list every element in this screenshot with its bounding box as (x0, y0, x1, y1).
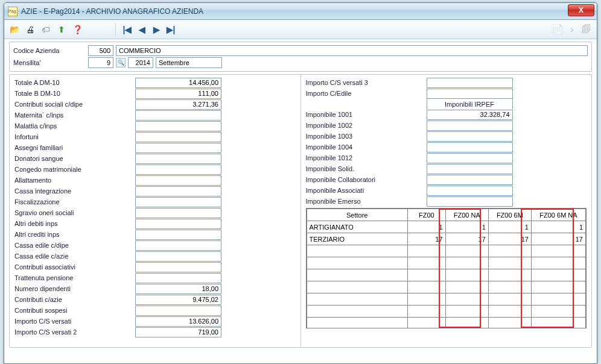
table-row[interactable] (307, 245, 586, 257)
grid-cell[interactable] (445, 281, 488, 293)
grid-cell[interactable] (445, 257, 488, 269)
grid-cell[interactable] (488, 269, 531, 281)
grid-header[interactable]: FZ00 6M (488, 209, 531, 221)
grid-cell[interactable] (445, 293, 488, 306)
table-row[interactable]: ARTIGIANATO1111 (307, 221, 586, 233)
print-button[interactable]: 🖨 (24, 23, 37, 36)
field-input[interactable] (135, 208, 221, 218)
grid-cell[interactable] (407, 245, 445, 257)
field-input[interactable] (427, 131, 513, 142)
field-input[interactable] (427, 110, 513, 120)
grid-cell[interactable] (307, 306, 407, 318)
field-input[interactable] (135, 89, 221, 99)
grid-cell[interactable] (531, 318, 585, 329)
field-input[interactable] (135, 306, 221, 316)
table-row[interactable] (307, 257, 586, 269)
field-input[interactable] (135, 230, 221, 240)
grid-header[interactable]: FZ00 6M NA (531, 209, 585, 221)
grid-cell[interactable]: 1 (407, 221, 445, 233)
field-input[interactable] (427, 186, 513, 196)
field-input[interactable] (135, 143, 221, 153)
mensilita-lookup-icon[interactable]: 🔍 (116, 58, 126, 67)
field-input[interactable] (135, 251, 221, 262)
help-button[interactable]: ❓ (71, 23, 84, 36)
grid-header[interactable]: FZ00 (407, 209, 445, 221)
grid-cell[interactable] (307, 293, 407, 306)
grid-cell[interactable] (531, 306, 585, 318)
grid-cell[interactable] (407, 257, 445, 269)
grid-cell[interactable] (407, 293, 445, 306)
mensilita-input[interactable] (88, 57, 113, 68)
field-input[interactable] (135, 78, 221, 88)
grid-cell[interactable] (407, 306, 445, 318)
grid-cell[interactable]: 1 (445, 221, 488, 233)
grid-cell[interactable] (307, 318, 407, 329)
field-input[interactable] (135, 197, 221, 207)
grid-cell[interactable]: 17 (488, 233, 531, 245)
grid-cell[interactable] (445, 318, 488, 329)
grid-cell[interactable]: 1 (531, 221, 585, 233)
nav-prev-button[interactable]: ◀ (135, 23, 148, 36)
field-input[interactable] (135, 262, 221, 272)
field-input[interactable] (135, 175, 221, 186)
field-input[interactable] (135, 284, 221, 294)
field-input[interactable] (427, 121, 513, 131)
grid-cell[interactable] (407, 318, 445, 329)
table-row[interactable] (307, 269, 586, 281)
grid-cell[interactable] (307, 269, 407, 281)
field-input[interactable] (135, 273, 221, 283)
field-input[interactable] (427, 153, 513, 163)
grid-cell[interactable] (531, 245, 585, 257)
anno-input[interactable] (128, 57, 153, 68)
field-input[interactable] (427, 196, 513, 207)
grid-cell[interactable] (307, 245, 407, 257)
field-input[interactable] (427, 164, 513, 174)
grid-cell[interactable] (531, 269, 585, 281)
grid-cell[interactable]: TERZIARIO (307, 233, 407, 245)
grid-cell[interactable] (488, 293, 531, 306)
field-input[interactable] (427, 78, 513, 88)
field-input[interactable] (427, 142, 513, 152)
grid-cell[interactable]: 17 (531, 233, 585, 245)
grid-header[interactable]: Settore (307, 209, 407, 221)
grid-cell[interactable] (445, 269, 488, 281)
field-input[interactable] (135, 316, 221, 327)
grid-cell[interactable] (488, 318, 531, 329)
grid-cell[interactable] (531, 293, 585, 306)
field-input[interactable] (135, 219, 221, 229)
grid-header[interactable]: FZ00 NA (445, 209, 488, 221)
grid-cell[interactable]: 1 (488, 221, 531, 233)
field-input[interactable] (135, 99, 221, 110)
table-row[interactable] (307, 318, 586, 329)
field-input[interactable] (135, 132, 221, 142)
grid-cell[interactable] (488, 245, 531, 257)
codice-azienda-input[interactable] (88, 45, 113, 56)
grid-cell[interactable]: 17 (445, 233, 488, 245)
grid-cell[interactable] (488, 306, 531, 318)
grid-cell[interactable] (488, 281, 531, 293)
grid-cell[interactable] (445, 245, 488, 257)
grid-cell[interactable] (488, 257, 531, 269)
grid-cell[interactable] (445, 306, 488, 318)
field-input[interactable] (135, 327, 221, 337)
field-input[interactable] (135, 240, 221, 251)
grid-cell[interactable] (531, 281, 585, 293)
grid-cell[interactable] (307, 257, 407, 269)
open-button[interactable]: 📂 (8, 23, 21, 36)
field-input[interactable] (135, 165, 221, 175)
field-input[interactable] (135, 186, 221, 196)
nav-first-button[interactable]: |◀ (121, 23, 134, 36)
azienda-nome-input[interactable] (116, 45, 588, 56)
grid-cell[interactable]: 17 (407, 233, 445, 245)
table-row[interactable]: TERZIARIO17171717 (307, 233, 586, 245)
grid-cell[interactable] (307, 281, 407, 293)
table-row[interactable] (307, 306, 586, 318)
grid-cell[interactable] (407, 269, 445, 281)
grid-cell[interactable] (407, 281, 445, 293)
close-button[interactable]: X (568, 4, 594, 16)
field-input[interactable] (135, 154, 221, 164)
grid-cell[interactable]: ARTIGIANATO (307, 221, 407, 233)
field-input[interactable] (427, 175, 513, 185)
table-row[interactable] (307, 293, 586, 306)
field-input[interactable] (427, 89, 513, 99)
